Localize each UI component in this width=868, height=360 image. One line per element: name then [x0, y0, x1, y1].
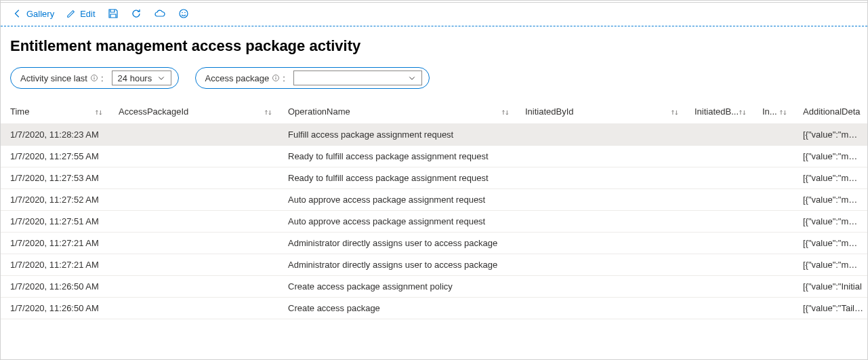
cell-in — [753, 124, 793, 146]
cell-accesspackageid — [109, 167, 278, 189]
cell-in — [753, 254, 793, 276]
cell-operationname: Fulfill access package assignment reques… — [278, 124, 516, 146]
refresh-button[interactable] — [127, 7, 146, 20]
cell-time: 1/7/2020, 11:27:53 AM — [1, 167, 109, 189]
refresh-icon — [131, 8, 142, 19]
cloud-button[interactable] — [150, 7, 170, 20]
gallery-button[interactable]: Gallery — [9, 7, 58, 20]
cell-time: 1/7/2020, 11:27:51 AM — [1, 211, 109, 233]
cell-accesspackageid — [109, 233, 278, 254]
cell-initiatedbyid — [516, 276, 685, 298]
cell-accesspackageid — [109, 254, 278, 276]
cell-accesspackageid — [109, 276, 278, 298]
chevron-down-icon — [157, 74, 165, 82]
col-additionaldetails[interactable]: AdditionalDeta — [793, 101, 867, 124]
table-row[interactable]: 1/7/2020, 11:27:21 AMAdministrator direc… — [1, 254, 867, 276]
cell-operationname: Ready to fulfill access package assignme… — [278, 146, 516, 167]
chevron-down-icon — [408, 74, 416, 82]
cell-initiatedbyid — [516, 146, 685, 167]
cloud-icon — [154, 8, 166, 19]
cell-operationname: Create access package — [278, 298, 516, 319]
package-filter-label: Access package : — [203, 73, 288, 83]
package-filter[interactable]: Access package : — [195, 67, 430, 89]
table-row[interactable]: 1/7/2020, 11:26:50 AMCreate access packa… — [1, 298, 867, 319]
cell-in — [753, 276, 793, 298]
cell-time: 1/7/2020, 11:27:52 AM — [1, 189, 109, 211]
cell-initiatedby — [685, 146, 753, 167]
cell-additionaldetails: [{"value":"mwah — [793, 233, 867, 254]
col-initiatedby[interactable]: InitiatedB... — [685, 101, 753, 124]
sort-icon — [779, 108, 788, 117]
cell-operationname: Auto approve access package assignment r… — [278, 211, 516, 233]
cell-additionaldetails: [{"value":"mwah — [793, 189, 867, 211]
activity-filter[interactable]: Activity since last : 24 hours — [10, 67, 179, 89]
package-filter-select[interactable] — [293, 71, 422, 85]
cell-initiatedbyid — [516, 233, 685, 254]
cell-additionaldetails: [{"value":"mwah — [793, 254, 867, 276]
app-window: Gallery Edit Entitlement management acce… — [0, 0, 868, 360]
cell-initiatedby — [685, 167, 753, 189]
svg-point-5 — [94, 76, 94, 77]
col-operationname[interactable]: OperationName — [278, 101, 516, 124]
cell-initiatedby — [685, 254, 753, 276]
cell-initiatedby — [685, 211, 753, 233]
table-body: 1/7/2020, 11:28:23 AMFulfill access pack… — [1, 124, 867, 319]
gallery-label: Gallery — [26, 9, 54, 19]
table-row[interactable]: 1/7/2020, 11:27:51 AMAuto approve access… — [1, 211, 867, 233]
page-title: Entitlement management access package ac… — [10, 37, 867, 55]
cell-time: 1/7/2020, 11:27:21 AM — [1, 254, 109, 276]
cell-in — [753, 233, 793, 254]
table-row[interactable]: 1/7/2020, 11:27:21 AMAdministrator direc… — [1, 233, 867, 254]
cell-in — [753, 167, 793, 189]
cell-time: 1/7/2020, 11:26:50 AM — [1, 298, 109, 319]
table-row[interactable]: 1/7/2020, 11:28:23 AMFulfill access pack… — [1, 124, 867, 146]
cell-in — [753, 211, 793, 233]
cell-additionaldetails: [{"value":"Initial — [793, 276, 867, 298]
feedback-button[interactable] — [174, 7, 193, 20]
cell-initiatedbyid — [516, 167, 685, 189]
cell-additionaldetails: [{"value":"mwah — [793, 124, 867, 146]
info-icon — [272, 74, 280, 82]
table-row[interactable]: 1/7/2020, 11:27:52 AMAuto approve access… — [1, 189, 867, 211]
cell-accesspackageid — [109, 189, 278, 211]
col-in[interactable]: In... — [753, 101, 793, 124]
cell-initiatedby — [685, 124, 753, 146]
cell-additionaldetails: [{"value":"mwah — [793, 167, 867, 189]
cell-additionaldetails: [{"value":"mwah — [793, 146, 867, 167]
table-row[interactable]: 1/7/2020, 11:26:50 AMCreate access packa… — [1, 276, 867, 298]
table-header: Time AccessPackageId OperationName Initi… — [1, 101, 867, 124]
cell-initiatedby — [685, 233, 753, 254]
pencil-icon — [66, 9, 76, 18]
col-accesspackageid[interactable]: AccessPackageId — [109, 101, 278, 124]
toolbar: Gallery Edit — [1, 3, 867, 26]
table-row[interactable]: 1/7/2020, 11:27:55 AMReady to fulfill ac… — [1, 146, 867, 167]
arrow-left-icon — [13, 9, 22, 18]
svg-point-0 — [180, 9, 188, 18]
activity-filter-select[interactable]: 24 hours — [112, 71, 171, 85]
smile-icon — [178, 8, 189, 19]
sort-icon — [501, 108, 510, 117]
edit-button[interactable]: Edit — [62, 7, 99, 20]
sort-icon — [264, 108, 273, 117]
col-time[interactable]: Time — [1, 101, 109, 124]
cell-in — [753, 189, 793, 211]
cell-initiatedby — [685, 276, 753, 298]
save-button[interactable] — [104, 7, 123, 20]
cell-operationname: Administrator directly assigns user to a… — [278, 254, 516, 276]
cell-in — [753, 146, 793, 167]
svg-point-2 — [184, 12, 186, 14]
cell-accesspackageid — [109, 124, 278, 146]
activity-filter-value: 24 hours — [118, 73, 152, 83]
cell-additionaldetails: [{"value":"mwah — [793, 211, 867, 233]
cell-time: 1/7/2020, 11:27:21 AM — [1, 233, 109, 254]
table-row[interactable]: 1/7/2020, 11:27:53 AMReady to fulfill ac… — [1, 167, 867, 189]
cell-initiatedby — [685, 189, 753, 211]
cell-initiatedbyid — [516, 254, 685, 276]
cell-time: 1/7/2020, 11:26:50 AM — [1, 276, 109, 298]
cell-operationname: Administrator directly assigns user to a… — [278, 233, 516, 254]
cell-initiatedby — [685, 298, 753, 319]
activity-filter-label: Activity since last : — [18, 73, 106, 83]
col-initiatedbyid[interactable]: InitiatedById — [516, 101, 685, 124]
cell-time: 1/7/2020, 11:28:23 AM — [1, 124, 109, 146]
cell-time: 1/7/2020, 11:27:55 AM — [1, 146, 109, 167]
